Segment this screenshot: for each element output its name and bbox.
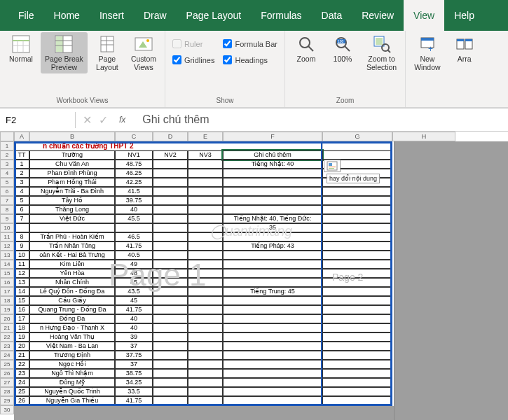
cancel-icon[interactable]: ✕ bbox=[83, 113, 92, 127]
cell[interactable]: Nguyễn Quốc Trinh bbox=[29, 387, 115, 396]
cell[interactable]: 34.25 bbox=[115, 378, 153, 387]
row-header-4[interactable]: 4 bbox=[0, 169, 14, 178]
cell[interactable] bbox=[223, 396, 322, 405]
cell[interactable] bbox=[153, 360, 188, 369]
row-header-13[interactable]: 13 bbox=[0, 251, 14, 260]
row-header-23[interactable]: 23 bbox=[0, 342, 14, 351]
cell[interactable]: Ghi chú thêm bbox=[223, 150, 322, 160]
headings-checkbox[interactable]: Headings bbox=[220, 54, 280, 66]
cell[interactable] bbox=[188, 205, 223, 214]
cell[interactable]: 46.5 bbox=[115, 232, 153, 241]
cell[interactable]: 6 bbox=[14, 205, 29, 214]
cell[interactable] bbox=[322, 342, 392, 351]
cell[interactable] bbox=[188, 196, 223, 205]
ruler-checkbox[interactable]: Ruler bbox=[170, 38, 217, 50]
cell[interactable] bbox=[188, 378, 223, 387]
cell[interactable]: Việt Đức bbox=[29, 214, 115, 223]
tab-review[interactable]: Review bbox=[352, 0, 404, 31]
cell[interactable] bbox=[322, 305, 392, 314]
tab-view[interactable]: View bbox=[404, 0, 444, 31]
cell[interactable]: Tiếng Nhật: 40 bbox=[223, 160, 322, 169]
cell[interactable]: Đông Mỹ bbox=[29, 378, 115, 387]
cell[interactable]: oàn Kết - Hai Bà Trưng bbox=[29, 251, 115, 260]
formula-input[interactable] bbox=[137, 111, 508, 129]
cell[interactable]: 20 bbox=[14, 342, 29, 351]
cell[interactable]: 37 bbox=[115, 342, 153, 351]
cell[interactable] bbox=[322, 351, 392, 360]
cell[interactable]: 37.75 bbox=[115, 351, 153, 360]
cell[interactable]: Trường bbox=[29, 150, 115, 160]
cell[interactable] bbox=[153, 169, 188, 178]
cell[interactable]: 49 bbox=[115, 260, 153, 269]
col-header-g[interactable]: G bbox=[322, 132, 392, 141]
row-header-2[interactable]: 2 bbox=[0, 150, 14, 160]
cell[interactable] bbox=[322, 396, 392, 405]
cell[interactable]: Yên Hòa bbox=[29, 269, 115, 278]
cell[interactable]: 48 bbox=[115, 269, 153, 278]
col-header-f[interactable]: F bbox=[223, 132, 322, 141]
cell[interactable] bbox=[153, 287, 188, 296]
cell[interactable]: Trương Định bbox=[29, 351, 115, 360]
cell[interactable] bbox=[188, 287, 223, 296]
cell[interactable] bbox=[188, 187, 223, 196]
row-header-27[interactable]: 27 bbox=[0, 378, 14, 387]
cell[interactable] bbox=[188, 251, 223, 260]
row-header-11[interactable]: 11 bbox=[0, 232, 14, 241]
row-header-12[interactable]: 12 bbox=[0, 241, 14, 251]
cell[interactable]: 40.5 bbox=[115, 251, 153, 260]
col-header-c[interactable]: C bbox=[115, 132, 153, 141]
cell[interactable] bbox=[188, 160, 223, 169]
col-header-e[interactable]: E bbox=[188, 132, 223, 141]
cell[interactable]: 18 bbox=[14, 323, 29, 332]
cell[interactable]: Tiếng Nhật: 40, Tiếng Đức: bbox=[223, 214, 322, 223]
cell[interactable] bbox=[223, 278, 322, 287]
cell[interactable] bbox=[14, 223, 29, 232]
cell[interactable]: Phan Đình Phùng bbox=[29, 169, 115, 178]
cell[interactable]: NV2 bbox=[153, 150, 188, 160]
cell[interactable] bbox=[153, 342, 188, 351]
cell[interactable] bbox=[322, 214, 392, 223]
cell[interactable]: 19 bbox=[14, 332, 29, 342]
cell[interactable] bbox=[153, 196, 188, 205]
cell[interactable] bbox=[322, 241, 392, 251]
cell[interactable] bbox=[188, 323, 223, 332]
select-all-corner[interactable] bbox=[0, 132, 14, 141]
cell[interactable] bbox=[188, 305, 223, 314]
cell[interactable]: 41.75 bbox=[115, 305, 153, 314]
cell[interactable]: 10 bbox=[14, 251, 29, 260]
new-window-button[interactable]: + New Window bbox=[410, 32, 444, 74]
cell[interactable] bbox=[188, 232, 223, 241]
cell[interactable]: 8 bbox=[14, 232, 29, 241]
cell[interactable]: 40 bbox=[115, 205, 153, 214]
cell[interactable]: 40 bbox=[115, 323, 153, 332]
cell[interactable]: 39 bbox=[115, 332, 153, 342]
col-header-h[interactable]: H bbox=[392, 132, 455, 141]
cell[interactable] bbox=[223, 351, 322, 360]
cell[interactable] bbox=[153, 369, 188, 378]
cell[interactable]: Tiếng Pháp: 43 bbox=[223, 241, 322, 251]
cell[interactable]: 45.5 bbox=[115, 214, 153, 223]
cell[interactable] bbox=[153, 378, 188, 387]
cell[interactable] bbox=[322, 269, 392, 278]
cell[interactable]: 25 bbox=[14, 387, 29, 396]
cell[interactable] bbox=[223, 323, 322, 332]
cell[interactable] bbox=[322, 378, 392, 387]
cell[interactable] bbox=[153, 278, 188, 287]
cell[interactable] bbox=[322, 251, 392, 260]
cell[interactable] bbox=[153, 214, 188, 223]
cell[interactable]: Cầu Giấy bbox=[29, 296, 115, 305]
cell[interactable]: n Hưng Đạo - Thanh X bbox=[29, 323, 115, 332]
cell[interactable] bbox=[188, 278, 223, 287]
cell[interactable] bbox=[223, 342, 322, 351]
cell[interactable] bbox=[223, 387, 322, 396]
row-header-26[interactable]: 26 bbox=[0, 369, 14, 378]
cell[interactable] bbox=[153, 305, 188, 314]
cell[interactable] bbox=[322, 332, 392, 342]
row-header-15[interactable]: 15 bbox=[0, 269, 14, 278]
row-header-20[interactable]: 20 bbox=[0, 314, 14, 323]
cell[interactable]: 41.5 bbox=[115, 187, 153, 196]
cell[interactable] bbox=[223, 296, 322, 305]
cell[interactable] bbox=[223, 187, 322, 196]
cell[interactable] bbox=[322, 278, 392, 287]
cell[interactable] bbox=[188, 342, 223, 351]
